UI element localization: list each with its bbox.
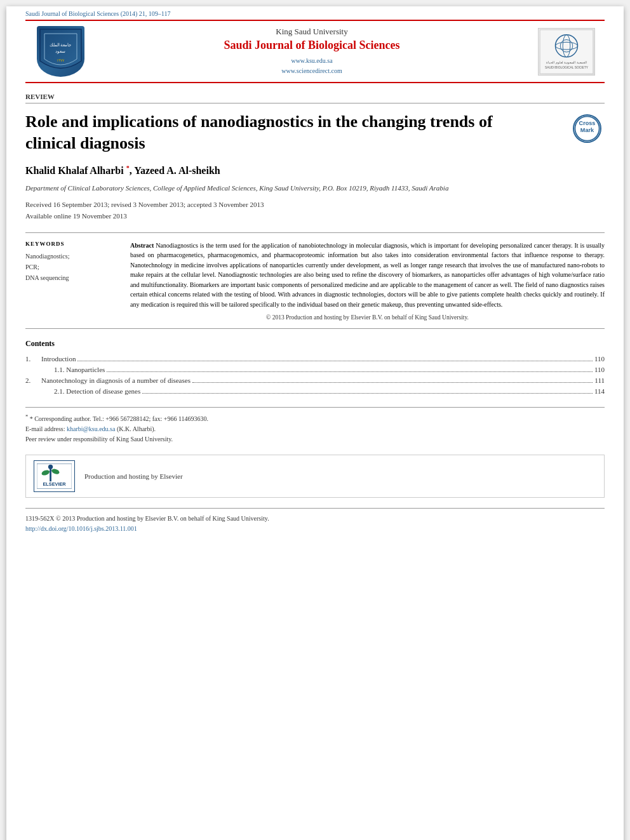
keywords-title: KEYWORDS xyxy=(25,241,121,247)
item-label: 1.1. Nanoparticles 110 xyxy=(41,364,605,375)
item-label-text: Nanoparticles xyxy=(66,366,105,373)
dot-fill xyxy=(192,382,593,383)
citation-text: Saudi Journal of Biological Sciences (20… xyxy=(25,10,170,17)
page: Saudi Journal of Biological Sciences (20… xyxy=(6,6,624,840)
email-name: (K.K. Alharbi). xyxy=(117,425,156,432)
keyword-2: PCR; xyxy=(25,262,121,272)
abstract-section: KEYWORDS Nanodiagnostics; PCR; DNA seque… xyxy=(25,232,605,330)
keyword-1: Nanodiagnostics; xyxy=(25,251,121,262)
website1: www.ksu.edu.sa xyxy=(95,56,528,66)
elsevier-bar: ELSEVIER Production and hosting by Elsev… xyxy=(25,455,605,498)
item-page: 110 xyxy=(594,366,605,373)
keyword-3: DNA sequencing xyxy=(25,272,121,283)
item-label-text: Introduction xyxy=(41,355,76,363)
authors: Khalid Khalaf Alharbi *, Yazeed A. Al-sh… xyxy=(25,164,605,177)
svg-text:Mark: Mark xyxy=(580,127,594,133)
item-page: 111 xyxy=(594,377,605,384)
dates: Received 16 September 2013; revised 3 No… xyxy=(25,199,605,222)
corresponding-text: * Corresponding author. Tel.: +966 56728… xyxy=(30,415,208,422)
peer-review-footnote: Peer review under responsibility of King… xyxy=(25,434,605,444)
logo-left: جامعة الملك سعود ١٣٧٧ xyxy=(32,26,89,77)
table-row: 2.1. Detection of disease genes 114 xyxy=(25,386,605,397)
item-page: 114 xyxy=(594,387,605,395)
sub-num: 1.1. xyxy=(54,366,65,373)
abstract-body: Nanodiagnostics is the term used for the… xyxy=(130,242,605,308)
article-title: Role and implications of nanodiagnostics… xyxy=(25,111,518,154)
received-date: Received 16 September 2013; revised 3 No… xyxy=(25,199,605,211)
item-label: Nanotechnology in diagnosis of a number … xyxy=(41,375,605,386)
email-footnote: E-mail address: kharbi@ksu.edu.sa (K.K. … xyxy=(25,424,605,434)
item-num: 1. xyxy=(25,354,41,364)
university-name: King Saud University xyxy=(95,27,528,37)
footnotes: * * Corresponding author. Tel.: +966 567… xyxy=(25,407,605,444)
authors-text: Khalid Khalaf Alharbi *, Yazeed A. Al-sh… xyxy=(25,165,220,176)
svg-text:١٣٧٧: ١٣٧٧ xyxy=(57,58,65,62)
biological-society-logo: الجمعية السعودية لعلوم الحياة SAUDI BIOL… xyxy=(538,28,595,76)
svg-text:الجمعية السعودية لعلوم الحياة: الجمعية السعودية لعلوم الحياة xyxy=(546,60,586,64)
item-num: 2. xyxy=(25,375,41,386)
item-page: 110 xyxy=(594,355,605,363)
bottom-bar: 1319-562X © 2013 Production and hosting … xyxy=(25,508,605,534)
svg-text:ELSEVIER: ELSEVIER xyxy=(43,481,66,487)
item-label-text: Detection of disease genes xyxy=(66,387,140,395)
main-content: REVIEW Role and implications of nanodiag… xyxy=(6,83,624,543)
elsevier-logo: ELSEVIER xyxy=(34,460,75,492)
svg-point-15 xyxy=(48,465,53,469)
abstract-copyright: © 2013 Production and hosting by Elsevie… xyxy=(130,314,605,321)
item-num xyxy=(25,364,41,375)
abstract-text: Abstract Nanodiagnostics is the term use… xyxy=(130,241,605,310)
abstract-label: Abstract xyxy=(130,242,154,249)
affiliation: Department of Clinical Laboratory Scienc… xyxy=(25,183,605,194)
ksu-logo: جامعة الملك سعود ١٣٧٧ xyxy=(37,26,84,77)
contents-table: 1. Introduction 110 xyxy=(25,354,605,397)
crossmark-badge: Cross Mark xyxy=(573,114,605,143)
contents-title: Contents xyxy=(25,339,605,349)
doi-link[interactable]: http://dx.doi.org/10.1016/j.sjbs.2013.11… xyxy=(25,525,137,532)
bottom-doi: http://dx.doi.org/10.1016/j.sjbs.2013.11… xyxy=(25,524,605,534)
keywords-list: Nanodiagnostics; PCR; DNA sequencing xyxy=(25,251,121,283)
table-row: 1. Introduction 110 xyxy=(25,354,605,364)
logo-right: الجمعية السعودية لعلوم الحياة SAUDI BIOL… xyxy=(535,28,598,76)
svg-text:سعود: سعود xyxy=(55,49,65,54)
corresponding-footnote: * * Corresponding author. Tel.: +966 567… xyxy=(25,413,605,424)
journal-citation: Saudi Journal of Biological Sciences (20… xyxy=(6,6,624,20)
journal-header: جامعة الملك سعود ١٣٧٧ King Saud Universi… xyxy=(25,20,605,83)
table-row: 2. Nanotechnology in diagnosis of a numb… xyxy=(25,375,605,386)
item-label-text: Nanotechnology in diagnosis of a number … xyxy=(41,377,191,384)
section-label: REVIEW xyxy=(25,93,605,103)
title-row: Role and implications of nanodiagnostics… xyxy=(25,111,605,164)
available-online: Available online 19 November 2013 xyxy=(25,211,605,222)
journal-links: www.ksu.edu.sa www.sciencedirect.com xyxy=(95,56,528,76)
crossmark-icon: Cross Mark xyxy=(573,114,601,143)
elsevier-text: Production and hosting by Elsevier xyxy=(84,472,183,480)
keywords-box: KEYWORDS Nanodiagnostics; PCR; DNA seque… xyxy=(25,241,121,321)
contents-section: Contents 1. Introduction 110 xyxy=(25,339,605,397)
dot-fill xyxy=(107,371,593,372)
website2: www.sciencedirect.com xyxy=(95,66,528,76)
svg-text:جامعة الملك: جامعة الملك xyxy=(49,43,71,47)
email-label: E-mail address: xyxy=(25,425,65,432)
journal-name: Saudi Journal of Biological Sciences xyxy=(95,39,528,52)
dot-fill xyxy=(77,361,593,361)
dot-fill xyxy=(142,393,593,394)
item-num xyxy=(25,386,41,397)
header-center: King Saud University Saudi Journal of Bi… xyxy=(95,27,528,76)
svg-text:Cross: Cross xyxy=(579,120,596,126)
email-link[interactable]: kharbi@ksu.edu.sa xyxy=(67,425,115,432)
bottom-copyright: 1319-562X © 2013 Production and hosting … xyxy=(25,514,605,524)
item-label: Introduction 110 xyxy=(41,354,605,364)
item-label: 2.1. Detection of disease genes 114 xyxy=(41,386,605,397)
abstract-col: Abstract Nanodiagnostics is the term use… xyxy=(130,241,605,321)
svg-text:SAUDI BIOLOGICAL SOCIETY: SAUDI BIOLOGICAL SOCIETY xyxy=(545,66,589,69)
sub-num: 2.1. xyxy=(54,387,65,395)
table-row: 1.1. Nanoparticles 110 xyxy=(25,364,605,375)
